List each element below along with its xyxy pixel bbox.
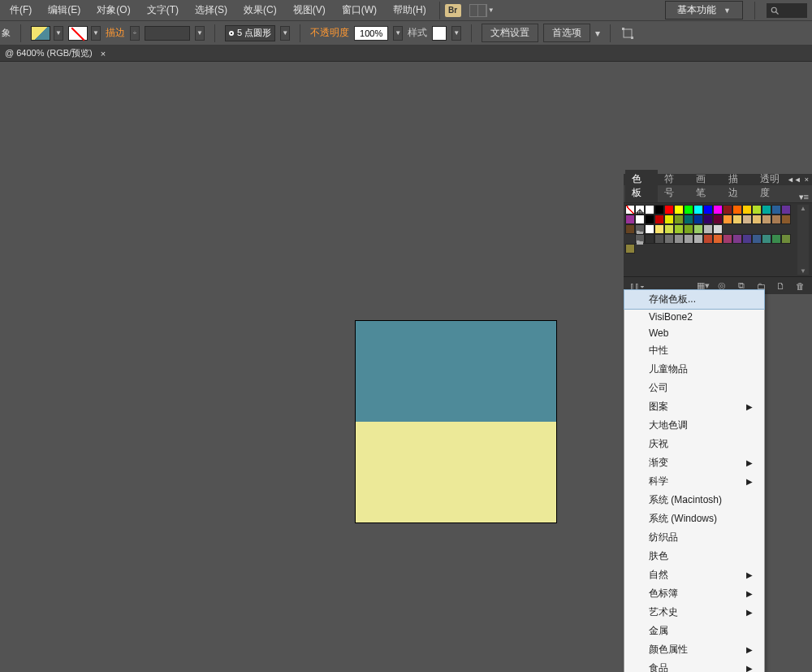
arrange-icon[interactable] [469, 4, 487, 17]
swatch[interactable] [684, 205, 693, 215]
stroke-weight-caret[interactable]: ▼ [195, 26, 205, 41]
swatch[interactable] [781, 224, 791, 234]
swatch[interactable] [654, 205, 664, 215]
opacity-caret[interactable]: ▼ [393, 26, 403, 41]
swatch[interactable] [684, 224, 693, 234]
stroke-link-icon[interactable]: ÷ [130, 26, 140, 41]
swatch[interactable] [664, 215, 674, 224]
swatch[interactable] [752, 234, 762, 244]
swatch[interactable] [762, 215, 771, 224]
swatch[interactable] [723, 224, 732, 234]
menu-edit[interactable]: 编辑(E) [40, 3, 89, 17]
swatch[interactable] [742, 215, 752, 224]
swatch[interactable] [752, 205, 762, 215]
swatch[interactable] [693, 215, 703, 224]
swatch[interactable] [771, 224, 781, 234]
menu-item[interactable]: 科学▶ [624, 472, 764, 491]
menu-item[interactable]: 中性 [624, 341, 764, 360]
menu-item[interactable]: VisiBone2 [624, 309, 764, 325]
stroke-profile-caret[interactable]: ▼ [280, 26, 290, 41]
menu-item[interactable]: 渐变▶ [624, 453, 764, 472]
swatch[interactable] [771, 234, 781, 244]
swatch[interactable] [625, 205, 635, 215]
swatch[interactable] [703, 205, 713, 215]
swatch[interactable] [645, 234, 654, 244]
menu-item[interactable]: 存储色板... [624, 289, 765, 310]
swatch[interactable] [752, 224, 762, 234]
swatch[interactable] [723, 205, 732, 215]
swatch[interactable] [693, 234, 703, 244]
swatch[interactable] [635, 224, 645, 234]
tab-stroke[interactable]: 描边 [722, 170, 754, 202]
arrange-caret[interactable]: ▼ [487, 7, 495, 14]
fill-swatch[interactable] [31, 26, 50, 41]
style-swatch[interactable] [432, 26, 447, 41]
swatch[interactable] [762, 234, 771, 244]
menu-item[interactable]: 系统 (Windows) [624, 509, 764, 528]
swatch[interactable] [752, 215, 762, 224]
prefs-button[interactable]: 首选项 [543, 24, 590, 42]
swatch[interactable] [664, 224, 674, 234]
swatch[interactable] [674, 205, 684, 215]
swatch[interactable] [625, 234, 635, 244]
new-swatch-icon[interactable]: 🗋 [775, 281, 786, 291]
style-caret[interactable]: ▼ [451, 26, 461, 41]
doc-setup-button[interactable]: 文档设置 [482, 24, 538, 42]
swatch[interactable] [713, 205, 723, 215]
swatch[interactable] [732, 234, 742, 244]
swatch[interactable] [684, 215, 693, 224]
swatch[interactable] [732, 205, 742, 215]
menu-item[interactable]: 公司 [624, 379, 764, 397]
swatch[interactable] [664, 205, 674, 215]
swatch[interactable] [674, 234, 684, 244]
swatch[interactable] [693, 224, 703, 234]
swatch[interactable] [654, 224, 664, 234]
menu-item[interactable]: 肤色 [624, 547, 764, 566]
swatch[interactable] [645, 205, 654, 215]
menu-file[interactable]: 件(F) [2, 3, 40, 17]
stroke-caret[interactable]: ▼ [91, 26, 101, 41]
stroke-weight-input[interactable] [145, 26, 190, 41]
menu-item[interactable]: 系统 (Macintosh) [624, 491, 764, 509]
menu-effect[interactable]: 效果(C) [235, 3, 285, 17]
menu-item[interactable]: 食品▶ [624, 659, 764, 672]
swatch[interactable] [713, 215, 723, 224]
shape-bottom[interactable] [356, 422, 556, 522]
menu-text[interactable]: 文字(T) [139, 3, 187, 17]
menu-object[interactable]: 对象(O) [89, 3, 138, 17]
menu-item[interactable]: 纺织品 [624, 528, 764, 547]
swatch[interactable] [723, 234, 732, 244]
menu-item[interactable]: 图案▶ [624, 397, 764, 416]
swatch[interactable] [703, 224, 713, 234]
swatch[interactable] [742, 205, 752, 215]
stroke-profile[interactable]: 5 点圆形 [225, 25, 275, 41]
swatch[interactable] [654, 234, 664, 244]
swatch[interactable] [664, 234, 674, 244]
menu-item[interactable]: 大地色调 [624, 416, 764, 435]
swatch[interactable] [781, 234, 791, 244]
prefs-caret[interactable]: ▾ [595, 28, 600, 39]
swatch[interactable] [742, 234, 752, 244]
menu-item[interactable]: 自然▶ [624, 566, 764, 584]
menu-help[interactable]: 帮助(H) [385, 3, 434, 17]
menu-view[interactable]: 视图(V) [285, 3, 334, 17]
artboard[interactable] [355, 320, 557, 523]
swatch[interactable] [703, 234, 713, 244]
panel-menu-icon[interactable]: ▾≡ [796, 192, 812, 202]
opacity-input[interactable] [354, 26, 388, 41]
swatch[interactable] [771, 215, 781, 224]
panel-close-icon[interactable]: × [805, 176, 809, 184]
swatch[interactable] [635, 234, 645, 244]
menu-item[interactable]: 庆祝 [624, 435, 764, 453]
swatch[interactable] [762, 205, 771, 215]
swatch[interactable] [732, 215, 742, 224]
swatch[interactable] [732, 224, 742, 234]
menu-select[interactable]: 选择(S) [187, 3, 235, 17]
swatch[interactable] [625, 215, 635, 224]
menu-item[interactable]: Web [624, 325, 764, 341]
swatch[interactable] [781, 205, 791, 215]
swatch[interactable] [723, 215, 732, 224]
menu-item[interactable]: 艺术史▶ [624, 603, 764, 622]
bridge-icon[interactable]: Br [445, 4, 461, 17]
swatch[interactable] [674, 224, 684, 234]
